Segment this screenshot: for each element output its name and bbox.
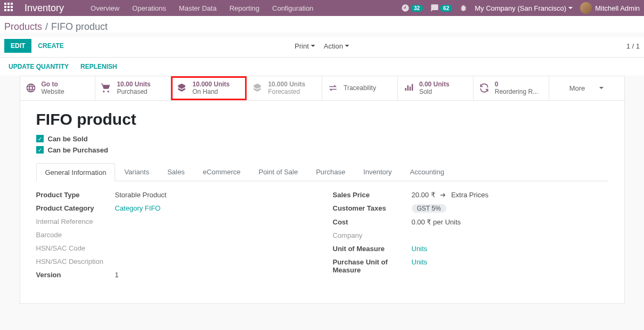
messages-button[interactable]: 62 <box>430 4 452 12</box>
edit-button[interactable]: Edit <box>4 39 31 53</box>
extra-prices-link[interactable]: Extra Prices <box>451 191 488 199</box>
stat-purchased[interactable]: 10.00 UnitsPurchased <box>95 76 171 100</box>
sheet-body: FIFO product ✓ Can be Sold ✓ Can be Purc… <box>20 101 624 303</box>
tab-sales[interactable]: Sales <box>158 163 194 181</box>
nav-reporting[interactable]: Reporting <box>224 1 265 15</box>
form-grid: Product TypeStorable Product Product Cat… <box>36 181 608 294</box>
sales-price-value: 20.00 ₹ ➔ Extra Prices <box>412 191 488 199</box>
product-category-link[interactable]: Category FIFO <box>115 204 161 212</box>
nav-links: Overview Operations Master Data Reportin… <box>85 1 319 15</box>
stat-traceability[interactable]: Traceability <box>322 76 398 100</box>
hsn-desc-label: HSN/SAC Description <box>36 257 115 265</box>
tab-ecommerce[interactable]: eCommerce <box>194 163 250 181</box>
stat-buttons: Go toWebsite 10.00 UnitsPurchased 10.000… <box>20 76 624 101</box>
cubes-icon <box>252 83 263 93</box>
product-type-label: Product Type <box>36 191 115 199</box>
update-quantity-button[interactable]: Update Quantity <box>9 63 69 70</box>
tab-variants[interactable]: Variants <box>115 163 158 181</box>
user-menu[interactable]: Mitchell Admin <box>580 2 640 14</box>
chevron-down-icon <box>311 45 315 47</box>
form-sheet: Go toWebsite 10.00 UnitsPurchased 10.000… <box>20 76 625 304</box>
hsn-code-label: HSN/SAC Code <box>36 244 115 252</box>
can-be-purchased-label: Can be Purchased <box>48 146 108 154</box>
left-column: Product TypeStorable Product Product Cat… <box>36 191 312 284</box>
activities-badge: 32 <box>411 5 423 12</box>
breadcrumb-current: FIFO product <box>51 21 108 33</box>
globe-icon <box>26 83 36 93</box>
nav-configuration[interactable]: Configuration <box>267 1 319 15</box>
chevron-down-icon <box>599 87 604 89</box>
center-actions: Print Action <box>295 42 349 50</box>
tab-bar: General Information Variants Sales eComm… <box>36 163 608 181</box>
breadcrumb-root[interactable]: Products <box>4 21 42 33</box>
customer-taxes-label: Customer Taxes <box>333 204 412 213</box>
can-be-purchased-checkbox[interactable]: ✓ <box>36 146 44 154</box>
stat-sold[interactable]: 0.00 UnitsSold <box>398 76 474 100</box>
tab-accounting[interactable]: Accounting <box>401 163 453 181</box>
product-category-label: Product Category <box>36 204 115 212</box>
version-label: Version <box>36 271 115 279</box>
barcode-label: Barcode <box>36 231 115 239</box>
sub-actions: Update Quantity Replenish <box>0 58 644 76</box>
top-nav: Inventory Overview Operations Master Dat… <box>0 0 644 16</box>
chevron-down-icon <box>568 7 573 9</box>
arrow-right-icon: ➔ <box>440 191 446 199</box>
refresh-icon <box>479 83 490 93</box>
company-label: Company <box>333 231 412 239</box>
sales-price-label: Sales Price <box>333 191 412 199</box>
exchange-icon <box>328 83 338 93</box>
nav-overview[interactable]: Overview <box>85 1 125 15</box>
can-be-sold-row: ✓ Can be Sold <box>36 135 608 143</box>
can-be-sold-checkbox[interactable]: ✓ <box>36 135 44 142</box>
product-title: FIFO product <box>36 110 608 128</box>
internal-reference-label: Internal Reference <box>36 218 115 226</box>
apps-menu-icon[interactable] <box>4 3 15 13</box>
product-type-value: Storable Product <box>115 191 167 199</box>
stat-more[interactable]: More <box>549 76 624 100</box>
app-brand[interactable]: Inventory <box>25 3 64 14</box>
nav-master-data[interactable]: Master Data <box>174 1 222 15</box>
replenish-button[interactable]: Replenish <box>80 63 117 70</box>
breadcrumb-bar: Products / FIFO product <box>0 16 644 33</box>
avatar <box>580 2 592 14</box>
stat-go-to-website[interactable]: Go toWebsite <box>20 76 96 100</box>
stat-forecasted[interactable]: 10.000 UnitsForecasted <box>247 76 322 100</box>
tab-inventory[interactable]: Inventory <box>354 163 401 181</box>
messages-badge: 62 <box>440 5 452 12</box>
stat-reordering[interactable]: 0Reordering R... <box>474 76 549 100</box>
chat-icon <box>430 4 439 12</box>
print-dropdown[interactable]: Print <box>295 42 315 50</box>
cubes-icon <box>176 83 187 93</box>
puom-link[interactable]: Units <box>412 258 428 266</box>
bar-chart-icon <box>403 83 414 93</box>
nav-operations[interactable]: Operations <box>127 1 172 15</box>
user-name: Mitchell Admin <box>595 4 640 12</box>
version-value: 1 <box>115 271 119 279</box>
debug-button[interactable] <box>460 4 467 12</box>
uom-link[interactable]: Units <box>412 245 428 253</box>
bug-icon <box>460 4 467 12</box>
tab-general-information[interactable]: General Information <box>36 163 116 181</box>
can-be-sold-label: Can be Sold <box>48 135 88 143</box>
company-selector[interactable]: My Company (San Francisco) <box>475 4 573 12</box>
customer-taxes-chip[interactable]: GST 5% <box>412 204 446 213</box>
tab-point-of-sale[interactable]: Point of Sale <box>249 163 307 181</box>
stat-on-hand[interactable]: 10.000 UnitsOn Hand <box>171 76 247 100</box>
cart-icon <box>101 83 111 93</box>
cost-value: 0.00 ₹ per Units <box>412 218 461 226</box>
pager[interactable]: 1 / 1 <box>626 42 640 50</box>
can-be-purchased-row: ✓ Can be Purchased <box>36 146 608 154</box>
clock-icon <box>401 4 410 12</box>
cost-label: Cost <box>333 218 412 226</box>
activities-button[interactable]: 32 <box>401 4 423 12</box>
right-column: Sales Price 20.00 ₹ ➔ Extra Prices Custo… <box>333 191 608 284</box>
create-button[interactable]: Create <box>31 39 70 53</box>
breadcrumb-separator: / <box>45 21 48 33</box>
company-name: My Company (San Francisco) <box>475 4 566 12</box>
tab-purchase[interactable]: Purchase <box>307 163 354 181</box>
nav-right: 32 62 My Company (San Francisco) Mitchel… <box>401 2 640 14</box>
action-dropdown[interactable]: Action <box>324 42 349 50</box>
chevron-down-icon <box>345 45 349 47</box>
control-bar: Edit Create Print Action 1 / 1 <box>0 37 644 58</box>
uom-label: Unit of Measure <box>333 245 412 253</box>
